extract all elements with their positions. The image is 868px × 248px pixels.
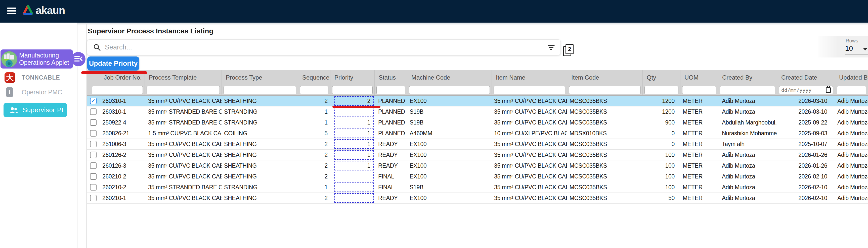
process-template-value: 35 mm² STRANDED BARE COP... (148, 119, 221, 126)
uom-cell: METER (680, 150, 718, 160)
priority-editable-cell[interactable] (334, 193, 374, 203)
row-checkbox[interactable] (90, 152, 97, 158)
column-filter-input[interactable] (92, 86, 143, 94)
column-filter-input[interactable] (720, 86, 775, 94)
table-row[interactable]: 250826-211.5 mm² CU/PVC BLACK CABLE ...C… (87, 128, 868, 139)
item-code-value: MDSX010BKS (569, 130, 607, 137)
column-filter-input[interactable] (147, 86, 220, 94)
priority-editable-cell[interactable] (334, 172, 374, 181)
created-by-cell: Adib Murtoza (718, 193, 777, 203)
column-header[interactable]: UOM (680, 70, 718, 85)
column-header[interactable]: Updated By (835, 70, 868, 85)
priority-cell[interactable] (330, 106, 374, 117)
table-row[interactable]: 260126-335 mm² CU/PVC BLACK CABLESHEATHI… (87, 161, 868, 171)
priority-editable-cell[interactable]: 1 (334, 129, 374, 138)
status-value: PLANNED (378, 108, 405, 115)
priority-cell[interactable]: 1 (330, 161, 374, 171)
priority-cell[interactable]: 1 (330, 117, 374, 128)
row-checkbox[interactable]: ✓ (90, 98, 97, 104)
column-filter-input[interactable] (569, 86, 641, 94)
table-row[interactable]: 260210-235 mm² STRANDED BARE COP...STRAN… (87, 182, 868, 193)
priority-cell[interactable]: 2 (330, 96, 374, 106)
column-header[interactable]: Item Name (492, 70, 567, 85)
item-code-cell: MCSC035BKS (567, 193, 643, 203)
priority-cell[interactable] (330, 193, 374, 203)
column-filter-input[interactable] (645, 86, 678, 94)
row-checkbox[interactable] (90, 195, 97, 201)
priority-cell[interactable]: 1 (330, 150, 374, 160)
machine-code-cell: EX100 (407, 193, 492, 203)
column-filter-input[interactable] (300, 86, 329, 94)
row-checkbox[interactable] (90, 119, 97, 126)
calendar-icon[interactable] (826, 87, 831, 93)
date-filter-input[interactable]: dd/mm/yyyy (779, 86, 833, 94)
status-cell: READY (374, 139, 407, 149)
column-filter-input[interactable] (837, 86, 866, 94)
table-row[interactable]: 250922-435 mm² STRANDED BARE COP...STRAN… (87, 117, 868, 128)
column-filter-cell (145, 85, 221, 95)
table-row[interactable]: 251006-335 mm² CU/PVC BLACK CABLESHEATHI… (87, 139, 868, 150)
sidebar-item-tonncable[interactable]: 大 TONNCABLE (4, 72, 60, 83)
column-header[interactable]: Sequence (298, 70, 330, 85)
row-checkbox[interactable] (90, 141, 97, 147)
row-checkbox[interactable] (90, 130, 97, 137)
rows-per-page-select[interactable]: 10 (845, 44, 868, 55)
table-row[interactable]: 260210-135 mm² CU/PVC BLACK CABLESHEATHI… (87, 193, 868, 204)
column-header[interactable]: Qty (643, 70, 680, 85)
column-header[interactable]: Created Date (777, 70, 835, 85)
priority-editable-cell[interactable]: 1 (334, 161, 374, 171)
column-filter-input[interactable] (376, 86, 405, 94)
uom-cell: METER (680, 96, 718, 106)
job-order-no-cell: 250922-4 (100, 117, 145, 128)
column-header[interactable]: Process Template (145, 70, 221, 85)
row-checkbox-cell (87, 161, 100, 171)
sidebar-item-supervisor-pi[interactable]: Supervisor PI (3, 103, 67, 117)
column-header[interactable]: Item Code (567, 70, 643, 85)
column-filter-input[interactable] (409, 86, 490, 94)
column-header[interactable]: Priority (330, 70, 374, 85)
priority-editable-cell[interactable]: 1 (334, 118, 374, 127)
filter-layers-icon[interactable]: 2 (563, 44, 574, 56)
column-filter-input[interactable] (682, 86, 716, 94)
job-order-no-value: 260210-2 (102, 173, 126, 180)
table-row[interactable]: 260310-135 mm² STRANDED BARE COP...STRAN… (87, 106, 868, 117)
priority-editable-cell[interactable]: 1 (334, 150, 374, 160)
table-row[interactable]: 260210-235 mm² CU/PVC BLACK CABLESHEATHI… (87, 171, 868, 182)
row-checkbox[interactable] (90, 108, 97, 115)
search-input[interactable] (104, 43, 548, 51)
sidebar-item-operator-pmc[interactable]: i Operator PMC (6, 87, 62, 97)
priority-cell[interactable] (330, 171, 374, 182)
qty-cell: 0 (643, 128, 680, 139)
column-header[interactable]: Machine Code (407, 70, 492, 85)
process-type-cell: STRANDING (221, 117, 298, 128)
updated-by-cell: Adib Murtoza (835, 139, 868, 149)
priority-editable-cell[interactable] (334, 107, 374, 116)
priority-cell[interactable]: 1 (330, 128, 374, 139)
row-checkbox[interactable] (90, 163, 97, 169)
column-header[interactable]: Process Type (221, 70, 298, 85)
priority-cell[interactable]: 1 (330, 139, 374, 149)
priority-value: 2 (367, 98, 371, 104)
priority-editable-cell[interactable] (334, 182, 374, 192)
table-row[interactable]: 260126-235 mm² CU/PVC BLACK CABLESHEATHI… (87, 150, 868, 161)
table-row[interactable]: ✓260310-135 mm² CU/PVC BLACK CABLESHEATH… (87, 96, 868, 106)
column-filter-input[interactable] (223, 86, 296, 94)
row-checkbox[interactable] (90, 173, 97, 180)
priority-editable-cell[interactable]: 1 (334, 139, 374, 149)
created-date-value: 2026-02-10 (798, 173, 827, 180)
sidebar-item-manufacturing-operations-applet[interactable]: Manufacturing Operations Applet (0, 49, 73, 69)
column-header[interactable]: Created By (718, 70, 777, 85)
priority-editable-cell[interactable]: 2 (334, 96, 374, 106)
column-filter-cell (567, 85, 643, 95)
job-order-no-cell: 260310-1 (100, 106, 145, 117)
column-filter-input[interactable] (494, 86, 565, 94)
filter-icon[interactable] (548, 45, 555, 50)
row-checkbox[interactable] (90, 184, 97, 190)
collapse-sidebar-button[interactable] (71, 52, 86, 66)
column-filter-input[interactable] (332, 86, 373, 94)
hamburger-menu-icon[interactable] (7, 7, 16, 14)
update-priority-button[interactable]: Update Priority (87, 57, 139, 71)
column-header[interactable]: Status (374, 70, 407, 85)
column-filter-cell (87, 85, 145, 95)
priority-cell[interactable] (330, 182, 374, 192)
